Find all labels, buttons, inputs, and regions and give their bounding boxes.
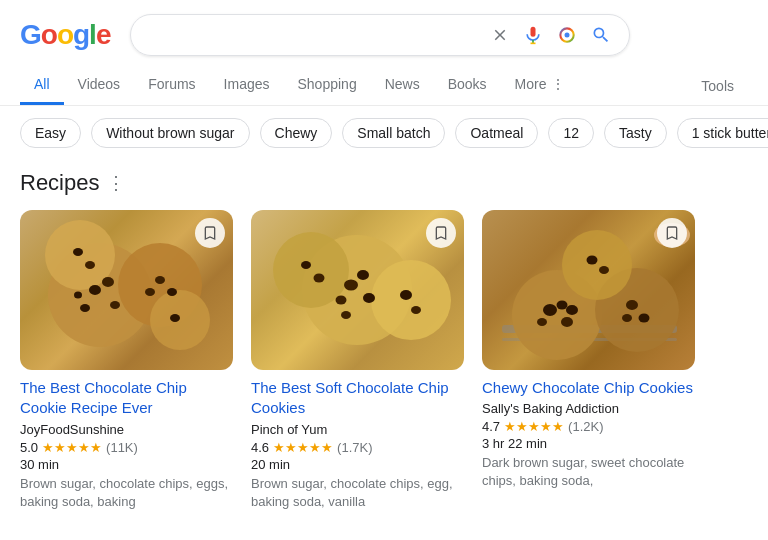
filter-pills: Easy Without brown sugar Chewy Small bat… [0, 106, 768, 160]
lens-search-button[interactable] [555, 23, 579, 47]
svg-rect-0 [531, 27, 536, 37]
recipe-card-3[interactable]: Chewy Chocolate Chip Cookies Sally's Bak… [482, 210, 695, 511]
rating-count-3: (1.2K) [568, 419, 603, 434]
nav-item-videos[interactable]: Videos [64, 66, 135, 105]
rating-score-1: 5.0 [20, 440, 38, 455]
svg-point-8 [150, 290, 210, 350]
svg-point-38 [561, 317, 573, 327]
svg-point-15 [167, 288, 177, 296]
nav-item-news[interactable]: News [371, 66, 434, 105]
svg-point-43 [639, 314, 650, 323]
recipe-title-2[interactable]: The Best Soft Chocolate Chip Cookies [251, 378, 464, 419]
recipe-image-3 [482, 210, 695, 370]
rating-count-2: (1.7K) [337, 440, 372, 455]
bookmark-button-1[interactable] [195, 218, 225, 248]
rating-stars-3: ★★★★★ [504, 419, 564, 434]
recipe-time-1: 30 min [20, 457, 233, 472]
svg-point-27 [341, 311, 351, 319]
recipes-header: Recipes ⋮ [20, 170, 748, 196]
more-dots-icon: ⋮ [551, 76, 565, 92]
svg-point-25 [336, 296, 347, 305]
recipe-source-1: JoyFoodSunshine [20, 422, 233, 437]
nav-tools[interactable]: Tools [687, 68, 748, 104]
svg-point-12 [102, 277, 114, 287]
recipe-rating-3: 4.7 ★★★★★ (1.2K) [482, 419, 695, 434]
svg-point-36 [562, 230, 632, 300]
recipe-desc-1: Brown sugar, chocolate chips, eggs, baki… [20, 475, 233, 511]
recipe-title-3[interactable]: Chewy Chocolate Chip Cookies [482, 378, 695, 398]
svg-point-16 [145, 288, 155, 296]
recipe-title-1[interactable]: The Best Chocolate Chip Cookie Recipe Ev… [20, 378, 233, 419]
search-icon [591, 25, 611, 45]
search-input[interactable]: chocolate chip cookie recipe [147, 26, 479, 44]
pill-small-batch[interactable]: Small batch [342, 118, 445, 148]
lens-icon [557, 25, 577, 45]
svg-point-24 [363, 293, 375, 303]
bookmark-icon-3 [664, 225, 680, 241]
svg-point-17 [73, 248, 83, 256]
recipe-source-3: Sally's Baking Addiction [482, 401, 695, 416]
pill-oatmeal[interactable]: Oatmeal [455, 118, 538, 148]
logo-letter-o2: o [57, 19, 73, 51]
recipe-card-2[interactable]: The Best Soft Chocolate Chip Cookies Pin… [251, 210, 464, 511]
recipe-card-1[interactable]: The Best Chocolate Chip Cookie Recipe Ev… [20, 210, 233, 511]
recipes-menu-icon[interactable]: ⋮ [107, 172, 125, 194]
bookmark-icon-2 [433, 225, 449, 241]
svg-point-9 [89, 285, 101, 295]
svg-point-41 [566, 305, 578, 315]
nav-item-forums[interactable]: Forums [134, 66, 209, 105]
voice-search-button[interactable] [521, 23, 545, 47]
svg-point-44 [622, 314, 632, 322]
more-label: More [515, 76, 547, 92]
svg-point-19 [170, 314, 180, 322]
google-logo[interactable]: Google [20, 19, 110, 51]
recipe-source-2: Pinch of Yum [251, 422, 464, 437]
nav-item-images[interactable]: Images [210, 66, 284, 105]
pill-easy[interactable]: Easy [20, 118, 81, 148]
logo-letter-g2: g [73, 19, 89, 51]
svg-point-28 [301, 261, 311, 269]
mic-icon [523, 25, 543, 45]
svg-point-37 [543, 304, 557, 316]
svg-point-22 [371, 260, 451, 340]
recipe-desc-3: Dark brown sugar, sweet chocolate chips,… [482, 454, 695, 490]
pill-1-stick-butter[interactable]: 1 stick butter [677, 118, 768, 148]
svg-point-30 [400, 290, 412, 300]
svg-point-13 [74, 292, 82, 299]
search-button[interactable] [589, 23, 613, 47]
pill-tasty[interactable]: Tasty [604, 118, 667, 148]
search-icons [489, 23, 613, 47]
nav-item-books[interactable]: Books [434, 66, 501, 105]
bookmark-button-2[interactable] [426, 218, 456, 248]
pill-12[interactable]: 12 [548, 118, 594, 148]
logo-letter-g: G [20, 19, 41, 51]
logo-letter-o1: o [41, 19, 57, 51]
svg-point-11 [80, 304, 90, 312]
header: Google chocolate chip cookie recipe [0, 0, 768, 66]
svg-point-23 [344, 280, 358, 291]
recipes-title: Recipes [20, 170, 99, 196]
bookmark-button-3[interactable] [657, 218, 687, 248]
recipe-rating-2: 4.6 ★★★★★ (1.7K) [251, 440, 464, 455]
recipes-grid: The Best Chocolate Chip Cookie Recipe Ev… [20, 210, 748, 511]
recipe-image-2 [251, 210, 464, 370]
clear-button[interactable] [489, 24, 511, 46]
svg-point-46 [599, 266, 609, 274]
nav-item-shopping[interactable]: Shopping [284, 66, 371, 105]
svg-point-39 [557, 301, 568, 310]
nav-item-all[interactable]: All [20, 66, 64, 105]
svg-point-29 [314, 274, 325, 283]
logo-letter-e: e [96, 19, 111, 51]
svg-point-14 [155, 276, 165, 284]
rating-count-1: (11K) [106, 440, 138, 455]
recipe-image-1 [20, 210, 233, 370]
svg-point-45 [587, 256, 598, 265]
recipe-time-3: 3 hr 22 min [482, 436, 695, 451]
pill-without-brown-sugar[interactable]: Without brown sugar [91, 118, 249, 148]
recipe-time-2: 20 min [251, 457, 464, 472]
logo-letter-l: l [89, 19, 96, 51]
pill-chewy[interactable]: Chewy [260, 118, 333, 148]
nav-item-more[interactable]: More ⋮ [501, 66, 579, 105]
svg-point-26 [357, 270, 369, 280]
recipes-section: Recipes ⋮ [0, 160, 768, 521]
